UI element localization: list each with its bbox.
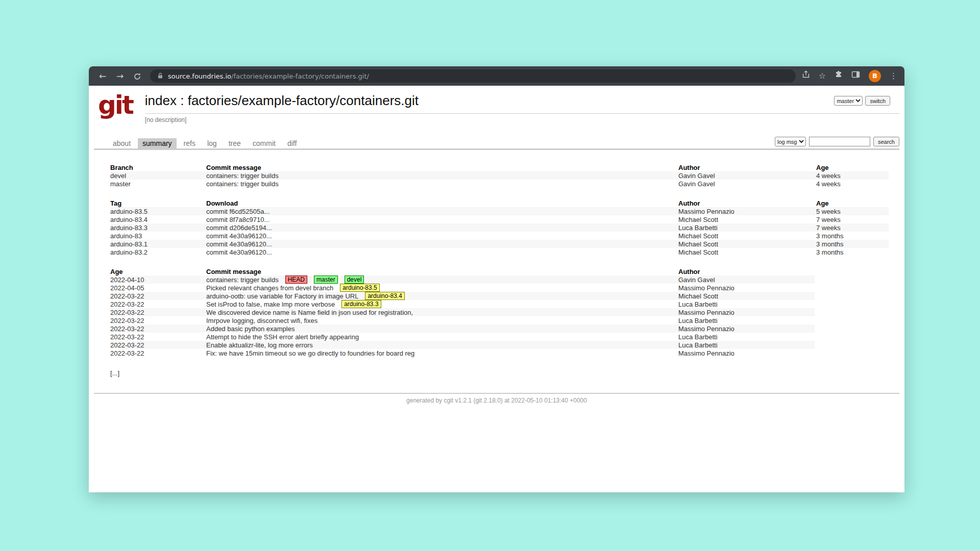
branch-decoration-badge[interactable]: master <box>314 276 338 284</box>
column-header: Commit message <box>206 267 678 276</box>
author-name: Luca Barbetti <box>678 333 815 341</box>
commit-date: 2022-04-10 <box>110 276 206 284</box>
download-commit-link[interactable]: commit f6cd52505a... <box>206 207 678 215</box>
commit-message-cell: Set isProd to false, make lmp more verbo… <box>206 300 678 308</box>
forward-icon[interactable]: → <box>113 69 127 83</box>
url-bar[interactable]: source.foundries.io/factories/example-fa… <box>150 69 796 83</box>
tab-diff[interactable]: diff <box>283 138 301 148</box>
tab-about[interactable]: about <box>108 138 135 148</box>
commit-message-link[interactable]: containers: trigger builds <box>206 180 678 188</box>
author-name: Luca Barbetti <box>678 316 815 324</box>
author-name: Massimo Pennazio <box>678 207 816 215</box>
table-row: 2022-04-10containers: trigger buildsHEAD… <box>110 276 815 284</box>
summary-content: BranchCommit messageAuthorAge develconta… <box>89 150 904 378</box>
table-row: develcontainers: trigger buildsGavin Gav… <box>110 171 889 180</box>
column-header: Author <box>678 199 816 207</box>
commit-message-link[interactable]: Attempt to hide the SSH error alert brie… <box>206 333 359 341</box>
commit-date: 2022-03-22 <box>110 316 206 324</box>
branch-name-link[interactable]: devel <box>110 171 206 180</box>
table-row: arduino-83commit 4e30a96120...Michael Sc… <box>110 232 889 240</box>
tab-refs[interactable]: refs <box>179 138 200 148</box>
commit-date: 2022-03-22 <box>110 292 206 300</box>
author-name: Massimo Pennazio <box>678 324 815 333</box>
profile-avatar[interactable]: B <box>869 70 881 82</box>
page-title[interactable]: index : factories/example-factory/contai… <box>145 93 419 109</box>
download-commit-link[interactable]: commit 4e30a96120... <box>206 232 678 240</box>
tab-summary[interactable]: summary <box>138 138 177 148</box>
search-form: log msg search <box>775 137 899 148</box>
side-panel-icon[interactable] <box>851 69 860 83</box>
tag-name-link[interactable]: arduino-83.5 <box>110 207 206 215</box>
tab-tree[interactable]: tree <box>224 138 246 148</box>
table-row: 2022-03-22We discovered device name is N… <box>110 308 815 316</box>
download-commit-link[interactable]: commit 4e30a96120... <box>206 240 678 248</box>
reload-icon[interactable] <box>131 69 144 83</box>
commit-message-link[interactable]: Imrpove logging, disconnect wifi, fixes <box>206 317 317 324</box>
download-commit-link[interactable]: commit 8f7a8c9710... <box>206 215 678 223</box>
tag-decoration-badge[interactable]: arduino-83.5 <box>340 284 379 292</box>
commit-message-link[interactable]: Picked relevant changes from devel branc… <box>206 284 333 292</box>
commit-message-cell: Attempt to hide the SSH error alert brie… <box>206 333 678 341</box>
commit-message-link[interactable]: arduino-ootb: use variable for Factory i… <box>206 292 358 300</box>
switch-button[interactable]: switch <box>865 96 890 106</box>
tag-name-link[interactable]: arduino-83 <box>110 232 206 240</box>
commit-message-link[interactable]: Added basic python examples <box>206 325 295 333</box>
browser-toolbar: ← → source.foundries.io/factories/exampl… <box>89 66 904 86</box>
commit-message-link[interactable]: We discovered device name is Name field … <box>206 309 413 316</box>
lock-icon[interactable] <box>157 71 163 81</box>
tag-decoration-badge[interactable]: arduino-83.3 <box>341 300 381 308</box>
commit-message-link[interactable]: Set isProd to false, make lmp more verbo… <box>206 300 335 308</box>
commit-date: 2022-03-22 <box>110 333 206 341</box>
back-icon[interactable]: ← <box>96 69 109 83</box>
branch-name-link[interactable]: master <box>110 180 206 188</box>
column-header: Download <box>206 199 678 207</box>
menu-kebab-icon[interactable]: ⋮ <box>890 71 897 81</box>
commit-message-cell: arduino-ootb: use variable for Factory i… <box>206 292 678 300</box>
column-header: Tag <box>110 199 206 207</box>
log-more-link[interactable]: [...] <box>110 369 119 377</box>
commit-message-link[interactable]: Fix: we have 15min timeout so we go dire… <box>206 349 414 357</box>
share-icon[interactable] <box>802 69 810 83</box>
commit-message-link[interactable]: containers: trigger builds <box>206 171 678 180</box>
url-text: source.foundries.io/factories/example-fa… <box>168 72 369 80</box>
branch-select[interactable]: master <box>834 96 863 106</box>
table-row: 2022-03-22Added basic python examplesMas… <box>110 324 815 333</box>
table-row: 2022-03-22Fix: we have 15min timeout so … <box>110 349 815 357</box>
head-decoration-badge[interactable]: HEAD <box>285 276 307 284</box>
tag-name-link[interactable]: arduino-83.4 <box>110 215 206 223</box>
cgit-logo[interactable]: git <box>98 92 133 118</box>
download-commit-link[interactable]: commit d206de5194... <box>206 223 678 232</box>
commit-message-link[interactable]: Enable aktualizr-lite, log more errors <box>206 341 313 349</box>
search-input[interactable] <box>809 137 870 146</box>
tag-name-link[interactable]: arduino-83.1 <box>110 240 206 248</box>
author-name: Luca Barbetti <box>678 300 815 308</box>
column-header: Author <box>678 267 815 276</box>
tab-commit[interactable]: commit <box>248 138 280 148</box>
download-commit-link[interactable]: commit 4e30a96120... <box>206 248 678 256</box>
commit-message-link[interactable]: containers: trigger builds <box>206 276 279 284</box>
bookmark-star-icon[interactable]: ☆ <box>819 69 826 83</box>
author-name: Massimo Pennazio <box>678 349 815 357</box>
author-name: Massimo Pennazio <box>678 284 815 292</box>
commit-log-table: AgeCommit messageAuthor 2022-04-10contai… <box>110 267 815 357</box>
extensions-icon[interactable] <box>835 69 843 83</box>
search-type-select[interactable]: log msg <box>775 137 806 146</box>
search-button[interactable]: search <box>873 137 899 146</box>
commit-message-cell: containers: trigger buildsHEADmasterdeve… <box>206 276 678 284</box>
commit-message-cell: Fix: we have 15min timeout so we go dire… <box>206 349 678 357</box>
tag-decoration-badge[interactable]: arduino-83.4 <box>365 292 404 300</box>
tab-bar: aboutsummaryrefslogtreecommitdiff log ms… <box>94 137 899 150</box>
branch-decoration-badge[interactable]: devel <box>345 276 364 284</box>
commit-date: 2022-03-22 <box>110 349 206 357</box>
tab-log[interactable]: log <box>203 138 222 148</box>
repo-description: [no description] <box>145 114 899 123</box>
table-row: 2022-04-05Picked relevant changes from d… <box>110 284 815 292</box>
cgit-footer: generated by cgit v1.2.1 (git 2.18.0) at… <box>94 393 899 404</box>
commit-date: 2022-03-22 <box>110 308 206 316</box>
tag-name-link[interactable]: arduino-83.2 <box>110 248 206 256</box>
table-row: arduino-83.4commit 8f7a8c9710...Michael … <box>110 215 889 223</box>
tag-name-link[interactable]: arduino-83.3 <box>110 223 206 232</box>
commit-message-cell: Added basic python examples <box>206 324 678 333</box>
table-row: arduino-83.2commit 4e30a96120...Michael … <box>110 248 889 256</box>
commit-message-cell: Imrpove logging, disconnect wifi, fixes <box>206 316 678 324</box>
